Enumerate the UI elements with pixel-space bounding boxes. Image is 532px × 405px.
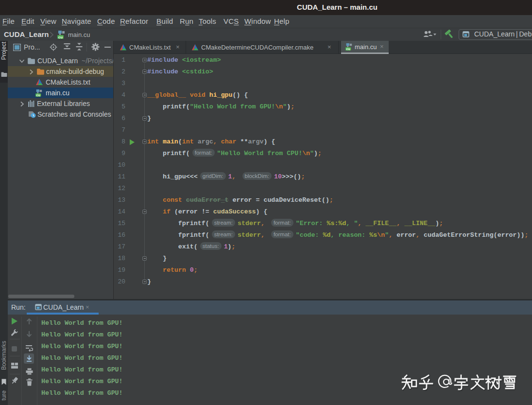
svg-text:cu: cu: [346, 47, 350, 51]
svg-text:cu: cu: [58, 35, 63, 39]
svg-text:cu: cu: [36, 93, 40, 97]
